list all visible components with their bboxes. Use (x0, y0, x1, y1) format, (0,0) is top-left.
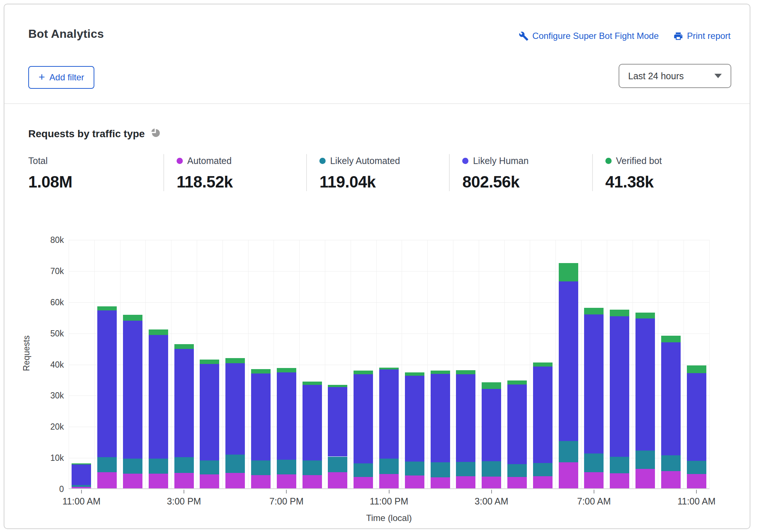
bar-segment-automated (354, 477, 373, 488)
stacked-bar-hour-18[interactable] (533, 362, 553, 488)
stat-likely-human-value: 802.56k (462, 173, 592, 191)
stacked-bar-hour-0[interactable] (72, 463, 91, 488)
bar-segment-verified_bot (200, 360, 219, 364)
bar-segment-automated (559, 462, 578, 488)
print-link-label: Print report (687, 31, 731, 41)
bar-segment-verified_bot (431, 371, 450, 374)
stacked-bar-hour-11[interactable] (354, 371, 373, 488)
stacked-bar-hour-7[interactable] (251, 369, 271, 488)
add-filter-button[interactable]: + Add filter (28, 66, 94, 89)
x-tick-label: 11:00 PM (352, 496, 426, 507)
screen: Bot Analytics Configure Super Bot Fight … (0, 0, 757, 532)
stacked-bar-hour-12[interactable] (379, 368, 399, 488)
stat-total-label: Total (28, 156, 48, 166)
stacked-bar-hour-22[interactable] (635, 313, 655, 489)
stacked-bar-hour-24[interactable] (687, 365, 706, 488)
stacked-bar-hour-19[interactable] (559, 263, 578, 489)
bar-segment-verified_bot (354, 371, 373, 374)
print-report-link[interactable]: Print report (673, 31, 731, 41)
stacked-bar-hour-5[interactable] (200, 360, 219, 489)
gridline-horizontal (69, 302, 709, 303)
stacked-bar-hour-15[interactable] (456, 370, 475, 488)
requests-chart-plot (69, 240, 709, 489)
stacked-bar-hour-2[interactable] (123, 315, 142, 488)
bar-segment-automated (123, 474, 142, 488)
bar-segment-likely_automated (507, 464, 527, 477)
stacked-bar-hour-20[interactable] (584, 308, 604, 488)
stacked-bar-hour-6[interactable] (225, 358, 245, 488)
bar-segment-automated (303, 475, 322, 489)
stacked-bar-hour-16[interactable] (482, 382, 501, 488)
x-axis-title: Time (local) (69, 513, 709, 523)
header-links: Configure Super Bot Fight Mode Print rep… (519, 31, 731, 41)
stat-automated-value: 118.52k (177, 173, 306, 191)
stacked-bar-hour-23[interactable] (661, 336, 681, 488)
bar-segment-verified_bot (687, 365, 706, 373)
automated-dot-icon (177, 158, 183, 164)
bar-segment-likely_automated (174, 457, 194, 473)
stacked-bar-hour-17[interactable] (507, 380, 527, 489)
stacked-bar-hour-13[interactable] (405, 372, 424, 488)
printer-icon (673, 31, 683, 41)
bar-segment-verified_bot (379, 368, 399, 369)
likely-automated-dot-icon (319, 158, 326, 164)
verified-bot-dot-icon (605, 158, 612, 164)
stacked-bar-hour-1[interactable] (97, 306, 117, 489)
bar-segment-likely_human (687, 373, 706, 461)
stacked-bar-hour-4[interactable] (174, 344, 194, 488)
bar-segment-automated (97, 472, 117, 488)
bar-segment-automated (379, 474, 399, 488)
stacked-bar-hour-3[interactable] (149, 329, 168, 488)
bar-segment-automated (533, 476, 553, 488)
y-tick-label: 30k (9, 391, 64, 400)
stat-automated: Automated 118.52k (163, 154, 306, 191)
bar-segment-likely_human (354, 374, 373, 463)
stat-likely-human-label: Likely Human (473, 156, 528, 166)
bar-segment-verified_bot (507, 380, 527, 385)
bar-segment-verified_bot (584, 308, 604, 314)
bar-segment-likely_automated (72, 485, 91, 487)
stat-likely-automated: Likely Automated 119.04k (306, 154, 449, 191)
bar-segment-likely_human (97, 310, 117, 457)
bar-segment-likely_automated (277, 460, 296, 474)
y-tick-label: 70k (9, 266, 64, 276)
bar-segment-likely_automated (225, 455, 245, 473)
bar-segment-verified_bot (405, 372, 424, 376)
stacked-bar-hour-9[interactable] (303, 382, 322, 488)
bar-segment-likely_human (456, 374, 475, 462)
x-tick (594, 490, 594, 493)
bar-segment-automated (687, 474, 706, 488)
bar-segment-likely_human (174, 349, 194, 457)
time-range-select[interactable]: Last 24 hours (619, 64, 731, 88)
bar-segment-automated (149, 474, 168, 488)
stat-total-value: 1.08M (28, 173, 163, 191)
bar-segment-verified_bot (610, 310, 629, 316)
stacked-bar-hour-21[interactable] (610, 310, 629, 488)
bar-segment-verified_bot (251, 369, 271, 374)
bar-segment-automated (456, 476, 475, 488)
x-tick (389, 490, 390, 493)
bar-segment-verified_bot (97, 306, 117, 311)
configure-super-bot-fight-mode-link[interactable]: Configure Super Bot Fight Mode (519, 31, 659, 41)
x-tick (491, 490, 492, 493)
stacked-bar-hour-10[interactable] (328, 385, 347, 488)
bar-segment-likely_human (379, 369, 399, 459)
bar-segment-verified_bot (635, 313, 655, 318)
pie-chart-icon (151, 128, 160, 140)
bar-segment-likely_automated (251, 460, 271, 475)
y-axis-title: Requests (22, 349, 32, 371)
bar-segment-verified_bot (533, 362, 553, 367)
header-divider (4, 103, 750, 104)
bar-segment-likely_human (661, 342, 681, 455)
stacked-bar-hour-8[interactable] (277, 368, 296, 488)
bar-segment-likely_automated (482, 461, 501, 477)
stat-verified-bot: Verified bot 41.38k (592, 154, 735, 191)
bar-segment-likely_human (277, 372, 296, 460)
bar-segment-likely_automated (610, 457, 629, 473)
bar-segment-likely_automated (584, 453, 604, 472)
stacked-bar-hour-14[interactable] (431, 371, 450, 488)
bar-segment-likely_human (584, 314, 604, 453)
bar-segment-automated (277, 474, 296, 488)
stat-likely-human: Likely Human 802.56k (449, 154, 592, 191)
bar-segment-likely_human (635, 318, 655, 451)
